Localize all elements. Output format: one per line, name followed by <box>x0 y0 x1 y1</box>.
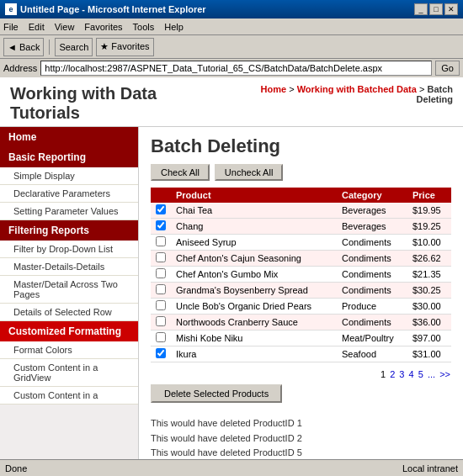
row-product: Chef Anton's Cajun Seasoning <box>171 251 337 267</box>
sidebar-group-customized[interactable]: Customized Formatting <box>0 321 138 341</box>
sidebar-item-simple-display[interactable]: Simple Display <box>0 167 138 185</box>
favorites-button[interactable]: ★ Favorites <box>96 38 153 56</box>
row-checkbox[interactable] <box>156 204 166 214</box>
delete-selected-button[interactable]: Delete Selected Products <box>151 384 282 403</box>
row-checkbox[interactable] <box>156 268 166 278</box>
check-all-button[interactable]: Check All <box>151 164 210 181</box>
table-row: Chef Anton's Cajun Seasoning Condiments … <box>151 251 451 267</box>
row-checkbox-cell[interactable] <box>151 203 171 219</box>
sidebar-group-filtering[interactable]: Filtering Reports <box>0 220 138 241</box>
table-row: Chef Anton's Gumbo Mix Condiments $21.35 <box>151 267 451 283</box>
sidebar-item-master-detail-pages[interactable]: Master/Detail Across Two Pages <box>0 276 138 304</box>
col-header-checkbox <box>151 188 171 203</box>
log-message: This would have deleted ProductID 5 <box>151 446 451 459</box>
col-header-product: Product <box>171 188 337 203</box>
row-product: Mishi Kobe Niku <box>171 331 337 346</box>
row-checkbox-cell[interactable] <box>151 267 171 283</box>
row-category: Beverages <box>337 219 407 235</box>
sidebar-item-format-colors[interactable]: Format Colors <box>0 341 138 359</box>
sidebar-item-filter-dropdown[interactable]: Filter by Drop-Down List <box>0 241 138 258</box>
menu-favorites[interactable]: Favorites <box>84 22 122 32</box>
address-input[interactable] <box>40 61 432 76</box>
row-product: Ikura <box>171 346 337 362</box>
row-checkbox-cell[interactable] <box>151 299 171 315</box>
search-button[interactable]: Search <box>55 38 93 56</box>
sidebar-item-details-selected-row[interactable]: Details of Selected Row <box>0 304 138 321</box>
row-product: Chang <box>171 219 337 235</box>
menu-help[interactable]: Help <box>164 22 184 32</box>
menu-tools[interactable]: Tools <box>133 22 155 32</box>
row-category: Condiments <box>337 267 407 283</box>
row-price: $97.00 <box>407 331 451 346</box>
menu-view[interactable]: View <box>55 22 75 32</box>
sidebar-item-custom-content-gridview[interactable]: Custom Content in a GridView <box>0 359 138 387</box>
row-price: $26.62 <box>407 251 451 267</box>
close-button[interactable]: ✕ <box>444 3 458 15</box>
row-product: Northwoods Cranberry Sauce <box>171 315 337 331</box>
row-category: Condiments <box>337 235 407 251</box>
row-checkbox[interactable] <box>156 236 166 246</box>
page-header: Working with Data Tutorials Home > Worki… <box>0 77 463 127</box>
page-4[interactable]: 4 <box>409 369 414 379</box>
log-message: This would have deleted ProductID 2 <box>151 431 451 447</box>
status-bar: Done Local intranet <box>0 459 463 476</box>
col-header-price: Price <box>407 188 451 203</box>
table-row: Ikura Seafood $31.00 <box>151 346 451 362</box>
window-controls[interactable]: _ □ ✕ <box>414 3 458 15</box>
row-checkbox-cell[interactable] <box>151 235 171 251</box>
toolbar: ◄ Back Search ★ Favorites <box>0 35 463 59</box>
row-checkbox-cell[interactable] <box>151 331 171 346</box>
row-checkbox[interactable] <box>156 300 166 310</box>
menu-bar: File Edit View Favorites Tools Help <box>0 19 463 35</box>
table-row: Chang Beverages $19.25 <box>151 219 451 235</box>
sidebar-group-home[interactable]: Home <box>0 127 138 147</box>
page-3[interactable]: 3 <box>399 369 404 379</box>
go-button[interactable]: Go <box>435 61 460 76</box>
table-row: Uncle Bob's Organic Dried Pears Produce … <box>151 299 451 315</box>
row-price: $31.00 <box>407 346 451 362</box>
page-ellipsis[interactable]: ... <box>428 369 435 379</box>
row-checkbox[interactable] <box>156 332 166 342</box>
back-button[interactable]: ◄ Back <box>3 38 44 56</box>
row-checkbox-cell[interactable] <box>151 346 171 362</box>
title-bar: e Untitled Page - Microsoft Internet Exp… <box>0 0 463 19</box>
menu-edit[interactable]: Edit <box>29 22 45 32</box>
page-2[interactable]: 2 <box>390 369 395 379</box>
row-price: $19.25 <box>407 219 451 235</box>
row-product: Chef Anton's Gumbo Mix <box>171 267 337 283</box>
sidebar-item-custom-content[interactable]: Custom Content in a <box>0 387 138 405</box>
row-checkbox[interactable] <box>156 252 166 262</box>
row-category: Beverages <box>337 203 407 219</box>
page-5[interactable]: 5 <box>418 369 423 379</box>
page-current: 1 <box>381 369 386 379</box>
table-row: Mishi Kobe Niku Meat/Poultry $97.00 <box>151 331 451 346</box>
uncheck-all-button[interactable]: Uncheck All <box>215 164 283 181</box>
sidebar-item-declarative-parameters[interactable]: Declarative Parameters <box>0 185 138 203</box>
sidebar: Home Basic Reporting Simple Display Decl… <box>0 127 139 459</box>
maximize-button[interactable]: □ <box>429 3 443 15</box>
breadcrumb: Home > Working with Batched Data > Batch… <box>226 84 453 104</box>
page-next[interactable]: >> <box>439 369 450 379</box>
row-checkbox[interactable] <box>156 220 166 230</box>
action-buttons-row: Check All Uncheck All <box>151 164 451 181</box>
minimize-button[interactable]: _ <box>414 3 428 15</box>
row-product: Aniseed Syrup <box>171 235 337 251</box>
sidebar-item-master-details[interactable]: Master-Details-Details <box>0 258 138 276</box>
breadcrumb-section[interactable]: Working with Batched Data <box>297 84 417 94</box>
row-checkbox[interactable] <box>156 348 166 358</box>
col-header-category: Category <box>337 188 407 203</box>
row-category: Condiments <box>337 315 407 331</box>
row-checkbox[interactable] <box>156 316 166 326</box>
row-product: Uncle Bob's Organic Dried Pears <box>171 299 337 315</box>
row-checkbox-cell[interactable] <box>151 283 171 299</box>
row-checkbox-cell[interactable] <box>151 315 171 331</box>
row-checkbox[interactable] <box>156 284 166 294</box>
row-checkbox-cell[interactable] <box>151 251 171 267</box>
row-checkbox-cell[interactable] <box>151 219 171 235</box>
sidebar-group-basic[interactable]: Basic Reporting <box>0 147 138 167</box>
table-row: Aniseed Syrup Condiments $10.00 <box>151 235 451 251</box>
menu-file[interactable]: File <box>3 22 19 32</box>
breadcrumb-home[interactable]: Home <box>261 84 287 94</box>
row-product: Grandma's Boysenberry Spread <box>171 283 337 299</box>
sidebar-item-setting-parameter-values[interactable]: Setting Parameter Values <box>0 203 138 220</box>
